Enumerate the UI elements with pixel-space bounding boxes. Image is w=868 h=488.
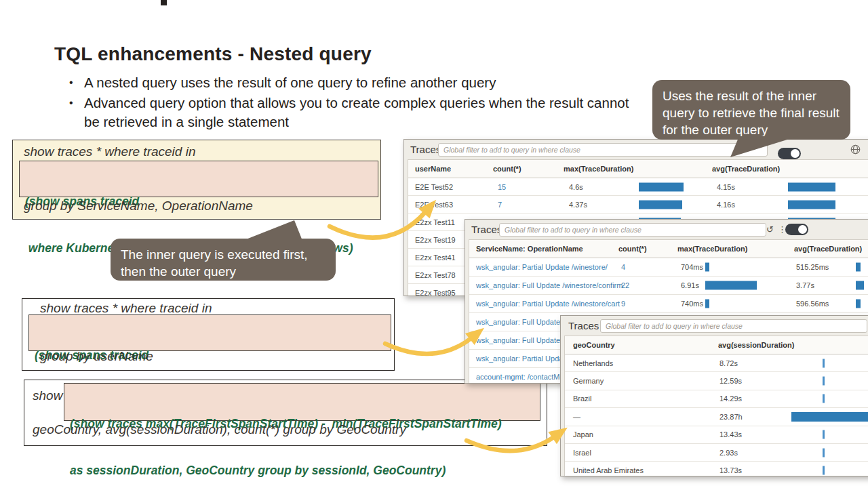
avg-duration-cell: 8.72s — [719, 359, 738, 367]
max-duration-cell: 4.6s — [569, 183, 583, 191]
bullet-list: A nested query uses the result of one qu… — [65, 73, 638, 133]
geocountry-cell: Israel — [573, 449, 591, 457]
table-row[interactable]: Germany12.59s — [565, 372, 868, 390]
table-row[interactable]: Netherlands8.72s — [565, 354, 868, 372]
column-header[interactable]: count(*) — [493, 165, 521, 173]
max-duration-cell: 4.37s — [569, 201, 587, 209]
table-column-headers: userName count(*) max(TraceDuration) avg… — [408, 160, 868, 178]
query-outer-end: geoCountry, avg(sessionDuration), count(… — [33, 422, 406, 437]
query-block-2: show traces * where traceid in (show spa… — [22, 298, 395, 371]
geocountry-cell: Netherlands — [573, 359, 613, 367]
geocountry-cell: Japan — [573, 430, 593, 439]
avg-duration-cell: 23.87h — [719, 413, 743, 421]
duration-bar — [788, 182, 835, 191]
avg-duration-cell: 4.15s — [717, 183, 735, 191]
query-outer-start: show traces * where traceid in — [24, 144, 195, 159]
query-outer-end: group by ServiceName, OperationName — [24, 199, 253, 214]
count-link[interactable]: 9 — [621, 300, 625, 308]
history-icon[interactable]: ↺ — [766, 224, 774, 235]
table-row[interactable]: E2E Test52154.6s4.15s — [408, 178, 868, 196]
count-link[interactable]: 22 — [621, 281, 629, 289]
service-operation-link[interactable]: wsk_angular: Full Update /winestore/conf… — [476, 281, 623, 289]
table-row[interactable]: wsk_angular: Full Update /winestore/conf… — [469, 277, 868, 295]
query-outer-end: group by userName — [40, 349, 153, 364]
globe-icon[interactable] — [850, 144, 861, 157]
table-row[interactable]: —23.87h — [565, 408, 868, 426]
duration-bar — [639, 182, 684, 191]
duration-bar — [823, 448, 825, 457]
count-link[interactable]: 7 — [498, 201, 502, 209]
duration-bar — [823, 430, 825, 439]
username-cell: E2zx Test78 — [415, 271, 456, 279]
query-inner-box: (show spans traceid where KubernetesName… — [19, 161, 378, 197]
duration-bar — [856, 281, 864, 290]
avg-duration-cell: 4.16s — [717, 201, 735, 209]
avg-duration-cell: 596.56ms — [796, 300, 829, 308]
username-cell: E2zx Test11 — [415, 218, 455, 226]
duration-bar — [823, 359, 825, 367]
duration-bar — [639, 200, 682, 209]
avg-duration-cell: 13.43s — [719, 430, 742, 439]
duration-bar — [823, 394, 825, 403]
bullet-item: Advanced query option that allows you to… — [65, 94, 638, 131]
table-row[interactable]: United Arab Emirates13.73s — [565, 462, 868, 476]
table-row[interactable]: wsk_angular: Partial Update /winestore/4… — [469, 258, 868, 277]
duration-bar — [705, 281, 757, 290]
table-row[interactable]: Israel2.93s — [565, 444, 868, 462]
toggle-knob — [798, 225, 807, 234]
column-header[interactable]: avg(TraceDuration) — [712, 165, 780, 173]
toggle-switch[interactable] — [785, 224, 808, 235]
query-block-3: show (show traces max(TraceFirstSpanStar… — [24, 380, 547, 446]
callout-outer-query: Uses the result of the inner query to re… — [652, 80, 850, 140]
table-column-headers: geoCountry avg(sessionDuration) — [565, 336, 868, 354]
max-duration-cell: 6.91s — [681, 281, 699, 289]
duration-bar — [856, 300, 861, 308]
avg-duration-cell: 14.29s — [719, 394, 742, 403]
global-filter-input[interactable] — [600, 319, 867, 333]
bullet-item: A nested query uses the result of one qu… — [65, 73, 638, 92]
table-row[interactable]: Japan13.43s — [565, 426, 868, 444]
table-row[interactable]: wsk_angular: Partial Update /winestore/c… — [469, 295, 868, 313]
count-link[interactable]: 4 — [621, 263, 625, 271]
panel-title: Traces — [568, 320, 599, 331]
column-header[interactable]: avg(sessionDuration) — [718, 341, 794, 349]
page-title: TQL enhancements - Nested query — [54, 43, 372, 65]
global-filter-input[interactable] — [499, 223, 766, 237]
username-cell: E2E Test52 — [415, 183, 453, 191]
username-cell: E2zx Test95 — [415, 289, 456, 296]
global-filter-input[interactable] — [438, 143, 768, 157]
service-operation-link[interactable]: wsk_angular: Partial Update /winestore/ — [476, 263, 608, 271]
panel-title: Traces — [471, 224, 502, 235]
geocountry-cell: United Arab Emirates — [573, 466, 644, 474]
geocountry-cell: — — [573, 413, 580, 421]
geocountry-cell: Germany — [573, 377, 604, 385]
callout-inner-first: The inner query is executed first, then … — [111, 239, 336, 281]
column-header[interactable]: max(TraceDuration) — [677, 245, 747, 253]
duration-bar — [856, 263, 861, 272]
table-row[interactable]: Brazil14.29s — [565, 390, 868, 408]
service-operation-link[interactable]: wsk_angular: Partial Update /winestore/c… — [476, 300, 620, 308]
username-cell: E2zx Test41 — [415, 253, 456, 262]
max-duration-cell: 740ms — [681, 300, 703, 308]
query-inner-box: (show traces max(TraceFirstSpanStartTime… — [64, 383, 540, 421]
avg-duration-cell: 3.77s — [796, 281, 814, 289]
count-link[interactable]: 15 — [498, 183, 506, 191]
service-operation-link[interactable]: account-mgmt: /contactMe — [476, 373, 564, 381]
column-header[interactable]: count(*) — [618, 245, 647, 253]
arrow-query2-to-table2 — [385, 338, 472, 354]
duration-bar — [791, 412, 868, 422]
query-block-1: show traces * where traceid in (show spa… — [12, 140, 381, 220]
column-header[interactable]: geoCountry — [573, 341, 615, 349]
duration-bar — [823, 377, 825, 386]
column-header[interactable]: max(TraceDuration) — [564, 165, 633, 173]
duration-bar — [705, 263, 709, 272]
panel-title: Traces — [410, 144, 441, 155]
table-row[interactable]: E2E Test6374.37s4.16s — [408, 196, 868, 214]
table-body: geoCountry avg(sessionDuration) Netherla… — [564, 336, 868, 476]
column-header[interactable]: userName — [415, 165, 451, 173]
column-header[interactable]: avg(TraceDuration) — [794, 245, 862, 253]
duration-bar — [705, 300, 709, 308]
callout-tail — [237, 220, 312, 241]
query-inner-box: (show spans traceid where DbStatement il… — [28, 314, 391, 351]
column-header[interactable]: ServiceName: OperationName — [476, 245, 583, 253]
